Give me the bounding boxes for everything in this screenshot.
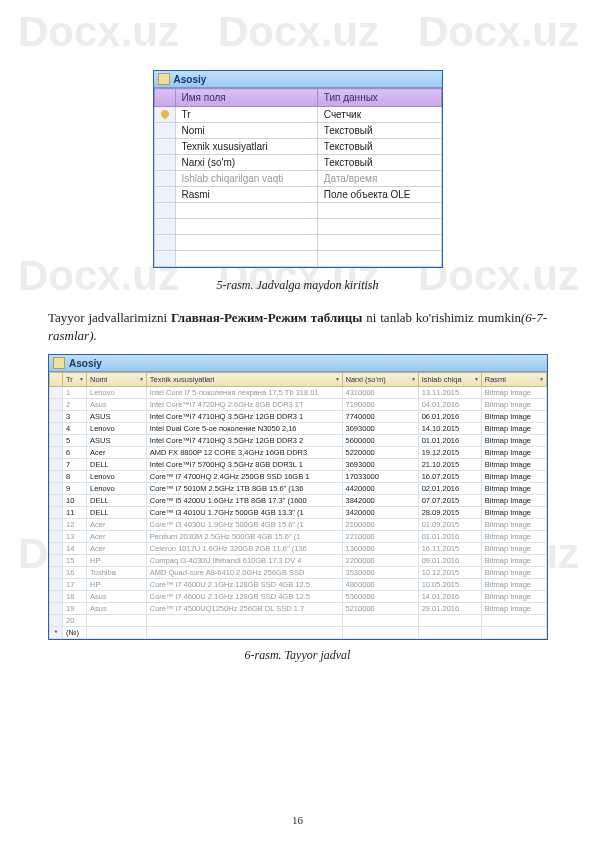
data-type-cell[interactable] <box>317 203 441 219</box>
header-rasmi[interactable]: Rasmi▾ <box>481 373 546 387</box>
cell-ishlab[interactable]: 28.09.2015 <box>418 507 481 519</box>
cell-nomi[interactable]: Lenovo <box>86 423 146 435</box>
cell-tr[interactable]: 15 <box>63 555 87 567</box>
data-type-cell[interactable] <box>317 251 441 267</box>
row-selector[interactable] <box>154 171 175 187</box>
cell-tr[interactable]: 3 <box>63 411 87 423</box>
row-selector[interactable] <box>154 123 175 139</box>
cell-nomi[interactable]: Asus <box>86 603 146 615</box>
cell-rasmi[interactable]: Bitmap Image <box>481 399 546 411</box>
cell-tr[interactable]: 13 <box>63 531 87 543</box>
cell-texnik[interactable]: Core™ i7 4500UQ1250Hz 256GB DL SSD 1.7 <box>146 603 342 615</box>
header-tr[interactable]: Tr▾ <box>63 373 87 387</box>
cell-rasmi[interactable]: Bitmap Image <box>481 483 546 495</box>
row-selector[interactable] <box>154 235 175 251</box>
data-type-cell[interactable]: Текстовый <box>317 139 441 155</box>
cell-texnik[interactable]: Core™ i3 4030U 1.9GHz 500GB 4GB 15.6" (1 <box>146 519 342 531</box>
cell-texnik[interactable] <box>146 627 342 639</box>
cell-nomi[interactable]: ASUS <box>86 411 146 423</box>
cell-texnik[interactable]: Core™ i3 4010U 1.7GHz 500GB 4GB 13.3" (1 <box>146 507 342 519</box>
cell-rasmi[interactable]: Bitmap Image <box>481 507 546 519</box>
cell-narxi[interactable]: 3530000 <box>342 567 418 579</box>
cell-ishlab[interactable]: 01.09.2015 <box>418 519 481 531</box>
sort-arrow-icon[interactable]: ▾ <box>336 375 339 382</box>
table-row[interactable]: 9LenovoCore™ i7 5010M 2.5GHz 1TB 8GB 15.… <box>50 483 547 495</box>
cell-rasmi[interactable]: Bitmap Image <box>481 531 546 543</box>
cell-nomi[interactable] <box>86 627 146 639</box>
cell-tr[interactable]: 4 <box>63 423 87 435</box>
cell-narxi[interactable]: 17033000 <box>342 471 418 483</box>
new-record-icon[interactable]: * <box>50 627 63 639</box>
cell-narxi[interactable]: 5220000 <box>342 447 418 459</box>
cell-narxi[interactable]: 3693000 <box>342 423 418 435</box>
table-row[interactable]: 7DELLIntel Core™i7 5700HQ 3.5GHz 8GB DDR… <box>50 459 547 471</box>
cell-rasmi[interactable]: Bitmap Image <box>481 543 546 555</box>
table-row[interactable]: NomiТекстовый <box>154 123 441 139</box>
data-type-cell[interactable] <box>317 235 441 251</box>
table-row[interactable]: 8LenovoCore™ i7 4700HQ 2.4GHz 250GB SSD … <box>50 471 547 483</box>
field-name-cell[interactable] <box>175 235 317 251</box>
cell-texnik[interactable]: Core™ i7 5010M 2.5GHz 1TB 8GB 15.6" (136 <box>146 483 342 495</box>
header-ishlab[interactable]: Ishlab chiqa▾ <box>418 373 481 387</box>
cell-narxi[interactable]: 1360000 <box>342 543 418 555</box>
table-row[interactable]: Narxi (so'm)Текстовый <box>154 155 441 171</box>
field-name-cell[interactable]: Rasmi <box>175 187 317 203</box>
cell-texnik[interactable]: Intel Core™i7 4710HQ 3.5GHz 12GB DDR3 2 <box>146 435 342 447</box>
row-selector[interactable] <box>50 579 63 591</box>
table-row[interactable]: 4LenovoIntel Dual Core 5-ое поколение N3… <box>50 423 547 435</box>
cell-nomi[interactable]: Toshiba <box>86 567 146 579</box>
cell-tr[interactable]: 18 <box>63 591 87 603</box>
cell-tr[interactable]: (№) <box>63 627 87 639</box>
cell-ishlab[interactable]: 01.01.2016 <box>418 531 481 543</box>
cell-rasmi[interactable]: Bitmap Image <box>481 603 546 615</box>
cell-tr[interactable]: 14 <box>63 543 87 555</box>
data-type-cell[interactable]: Дата/время <box>317 171 441 187</box>
cell-texnik[interactable] <box>146 615 342 627</box>
cell-texnik[interactable]: Core™ i7 4600U 2.1GHz 128GB SSD 4GB 12.5 <box>146 579 342 591</box>
cell-rasmi[interactable]: Bitmap Image <box>481 591 546 603</box>
cell-rasmi[interactable] <box>481 627 546 639</box>
cell-ishlab[interactable] <box>418 615 481 627</box>
cell-texnik[interactable]: Compaq i3-4030U lifebandi 610GB 17.3 DV … <box>146 555 342 567</box>
cell-narxi[interactable]: 3693000 <box>342 459 418 471</box>
cell-narxi[interactable] <box>342 615 418 627</box>
data-type-cell[interactable]: Счетчик <box>317 107 441 123</box>
table-row[interactable]: 18AsusCore™ i7 4600U 2.1GHz 128GB SSD 4G… <box>50 591 547 603</box>
cell-rasmi[interactable]: Bitmap Image <box>481 579 546 591</box>
cell-tr[interactable]: 8 <box>63 471 87 483</box>
cell-tr[interactable]: 5 <box>63 435 87 447</box>
field-name-cell[interactable] <box>175 251 317 267</box>
header-field-name[interactable]: Имя поля <box>175 89 317 107</box>
cell-tr[interactable]: 12 <box>63 519 87 531</box>
table-row-empty[interactable] <box>154 251 441 267</box>
cell-ishlab[interactable]: 02.01.2016 <box>418 483 481 495</box>
cell-narxi[interactable]: 5210000 <box>342 603 418 615</box>
cell-ishlab[interactable]: 14.01.2016 <box>418 591 481 603</box>
table-row-new-marker[interactable]: *(№) <box>50 627 547 639</box>
cell-ishlab[interactable]: 06.01.2016 <box>418 411 481 423</box>
cell-ishlab[interactable]: 29.01.2016 <box>418 603 481 615</box>
data-type-cell[interactable]: Текстовый <box>317 155 441 171</box>
field-name-cell[interactable] <box>175 219 317 235</box>
cell-nomi[interactable]: HP <box>86 579 146 591</box>
row-selector[interactable] <box>154 155 175 171</box>
cell-rasmi[interactable]: Bitmap Image <box>481 459 546 471</box>
row-selector[interactable] <box>50 399 63 411</box>
cell-nomi[interactable]: ASUS <box>86 435 146 447</box>
cell-texnik[interactable]: Intel Dual Core 5-ое поколение N3050 2,1… <box>146 423 342 435</box>
table-row[interactable]: 2AsusIntel Core™i7 4720HQ 2.6GHz 8GB DDR… <box>50 399 547 411</box>
cell-tr[interactable]: 17 <box>63 579 87 591</box>
cell-ishlab[interactable]: 10.05.2015 <box>418 579 481 591</box>
row-selector[interactable] <box>154 219 175 235</box>
row-selector[interactable] <box>50 471 63 483</box>
header-key[interactable] <box>154 89 175 107</box>
table-row-new[interactable]: 20 <box>50 615 547 627</box>
row-selector[interactable] <box>50 483 63 495</box>
cell-rasmi[interactable]: Bitmap Image <box>481 495 546 507</box>
row-selector[interactable] <box>50 435 63 447</box>
header-texnik[interactable]: Texnik xususiyatlari▾ <box>146 373 342 387</box>
field-name-cell[interactable]: Ishlab chiqarilgan vaqti <box>175 171 317 187</box>
cell-nomi[interactable]: Lenovo <box>86 471 146 483</box>
cell-texnik[interactable]: Celeron 1017U 1.6GHz 320GB 2GB 11.6" (13… <box>146 543 342 555</box>
table-row[interactable]: 5ASUSIntel Core™i7 4710HQ 3.5GHz 12GB DD… <box>50 435 547 447</box>
